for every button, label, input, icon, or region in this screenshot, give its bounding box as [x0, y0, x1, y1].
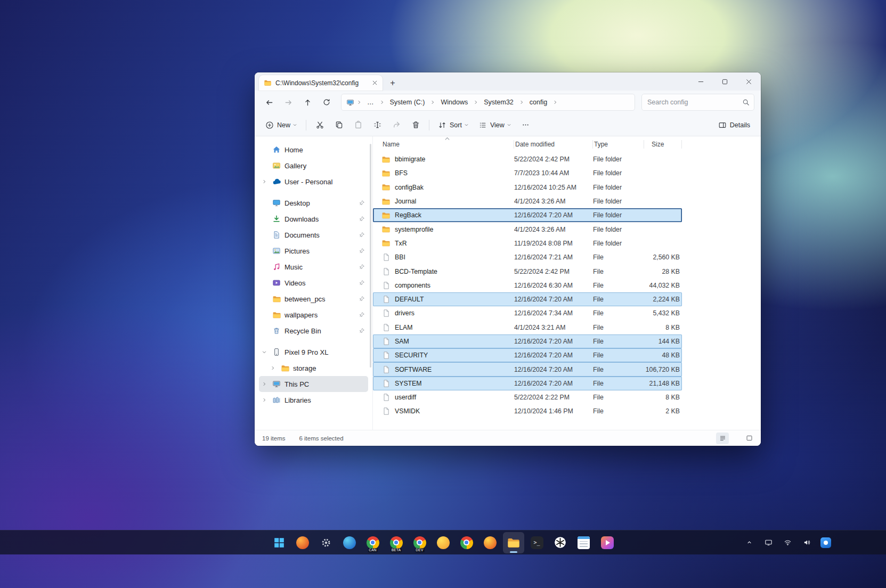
chevron-down-icon[interactable] [260, 349, 269, 355]
chevron-right-icon[interactable] [260, 381, 269, 387]
file-row-journal[interactable]: Journal4/1/2024 3:26 AMFile folder [373, 194, 682, 208]
new-tab-button[interactable]: + [386, 77, 400, 89]
breadcrumb-item-system-c[interactable]: System (C:) [386, 97, 429, 108]
sidebar-item-documents[interactable]: Documents [259, 227, 368, 243]
breadcrumb-chevron-icon[interactable] [473, 100, 479, 105]
volume-icon[interactable] [800, 535, 814, 551]
column-header-type[interactable]: Type [593, 136, 644, 152]
start-button[interactable] [269, 532, 290, 553]
sidebar-item-storage[interactable]: storage [267, 360, 368, 376]
tab-close-button[interactable] [370, 78, 379, 88]
new-button[interactable]: New [261, 117, 302, 134]
edge-icon[interactable] [339, 532, 360, 553]
breadcrumb-chevron-icon[interactable] [518, 100, 525, 105]
sort-button[interactable]: Sort [434, 117, 473, 134]
file-row-bbimigrate[interactable]: bbimigrate5/22/2024 2:42 PMFile folder [373, 152, 682, 166]
cut-button[interactable] [311, 117, 329, 134]
notepad-icon[interactable] [573, 532, 595, 553]
more-options-button[interactable] [517, 117, 535, 134]
forward-button[interactable] [279, 94, 297, 111]
file-row-sam[interactable]: SAM12/16/2024 7:20 AMFile144 KB [373, 334, 682, 348]
file-row-txr[interactable]: TxR11/19/2024 8:08 PMFile folder [373, 236, 682, 250]
breadcrumb-chevron-icon[interactable] [552, 100, 558, 105]
settings-icon[interactable] [315, 532, 337, 553]
column-header-size[interactable]: Size [644, 136, 682, 152]
chevron-right-icon[interactable] [260, 397, 269, 403]
chatgpt-icon[interactable] [550, 532, 571, 553]
share-button[interactable] [387, 117, 405, 134]
chevron-right-icon[interactable] [269, 365, 277, 371]
sidebar-item-user-personal[interactable]: User - Personal [259, 174, 368, 190]
sidebar-item-pictures[interactable]: Pictures [259, 243, 368, 259]
sidebar-item-libraries[interactable]: Libraries [259, 392, 368, 408]
search-input[interactable] [646, 98, 739, 107]
browser-orange-icon[interactable] [292, 532, 313, 553]
terminal-icon[interactable]: >_ [526, 532, 548, 553]
sidebar-item-this-pc[interactable]: This PC [259, 376, 368, 392]
explorer-tab[interactable]: C:\Windows\System32\config [259, 75, 383, 91]
sidebar-item-desktop[interactable]: Desktop [259, 195, 368, 211]
media-player-icon[interactable] [597, 532, 618, 553]
sidebar-item-recycle-bin[interactable]: Recycle Bin [259, 323, 368, 339]
up-button[interactable] [298, 94, 316, 111]
view-button[interactable]: View [474, 117, 516, 134]
refresh-button[interactable] [318, 94, 336, 111]
file-row-components[interactable]: components12/16/2024 6:30 AMFile44,032 K… [373, 279, 682, 292]
breadcrumb-item-windows[interactable]: Windows [437, 97, 472, 108]
file-row-systemprofile[interactable]: systemprofile4/1/2024 3:26 AMFile folder [373, 222, 682, 236]
file-row-drivers[interactable]: drivers12/16/2024 7:34 AMFile5,432 KB [373, 306, 682, 320]
file-row-system[interactable]: SYSTEM12/16/2024 7:20 AMFile21,148 KB [373, 377, 682, 390]
sidebar-item-music[interactable]: Music [259, 259, 368, 275]
sidebar-scrollbar[interactable] [370, 144, 371, 368]
search-icon[interactable] [742, 99, 750, 106]
file-row-userdiff[interactable]: userdiff5/22/2024 2:22 PMFile8 KB [373, 390, 682, 404]
sidebar-item-home[interactable]: Home [259, 142, 368, 158]
delete-button[interactable] [407, 117, 425, 134]
display-icon[interactable] [761, 535, 775, 551]
copy-button[interactable] [330, 117, 348, 134]
file-row-software[interactable]: SOFTWARE12/16/2024 7:20 AMFile106,720 KB [373, 362, 682, 376]
hidden-icons-chevron[interactable] [742, 535, 756, 551]
file-row-bfs[interactable]: BFS7/7/2023 10:44 AMFile folder [373, 166, 682, 180]
file-row-bcd-template[interactable]: BCD-Template5/22/2024 2:42 PMFile28 KB [373, 264, 682, 278]
file-row-vsmidk[interactable]: VSMIDK12/10/2024 1:46 PMFile2 KB [373, 404, 682, 418]
column-header-name[interactable]: Name [381, 136, 514, 152]
file-row-elam[interactable]: ELAM4/1/2024 3:21 AMFile8 KB [373, 321, 682, 334]
chrome-dev-icon[interactable]: DEV [409, 532, 430, 553]
breadcrumb-item-system32[interactable]: System32 [480, 97, 517, 108]
chrome-beta-icon[interactable]: BETA [386, 532, 407, 553]
file-row-regback[interactable]: RegBack12/16/2024 7:20 AMFile folder [373, 208, 682, 222]
sidebar-item-gallery[interactable]: Gallery [259, 158, 368, 174]
file-explorer-icon[interactable] [503, 532, 524, 553]
breadcrumb-item-config[interactable]: config [526, 97, 551, 108]
file-row-security[interactable]: SECURITY12/16/2024 7:20 AMFile48 KB [373, 348, 682, 362]
maximize-button[interactable] [713, 72, 737, 91]
sidebar-item-videos[interactable]: Videos [259, 275, 368, 291]
address-bar[interactable]: … System (C:)WindowsSystem32config [341, 94, 635, 111]
firefox-icon[interactable] [479, 532, 501, 553]
file-row-default[interactable]: DEFAULT12/16/2024 7:20 AMFile2,224 KB [373, 292, 682, 306]
chromium-icon[interactable] [433, 532, 454, 553]
sidebar-item-pixel-9-pro-xl[interactable]: Pixel 9 Pro XL [259, 344, 368, 360]
details-button[interactable]: Details [714, 117, 754, 134]
wifi-icon[interactable] [781, 535, 794, 551]
breadcrumb-chevron-icon[interactable] [429, 100, 436, 105]
file-row-bbi[interactable]: BBI12/16/2024 7:21 AMFile2,560 KB [373, 250, 682, 264]
column-header-date-modified[interactable]: Date modified [514, 136, 593, 152]
large-icons-view-button[interactable] [743, 432, 755, 444]
sidebar-item-between-pcs[interactable]: between_pcs [259, 291, 368, 307]
sidebar-item-wallpapers[interactable]: wallpapers [259, 307, 368, 323]
details-view-button[interactable] [716, 432, 729, 444]
rename-button[interactable] [368, 117, 386, 134]
sidebar-item-downloads[interactable]: Downloads [259, 211, 368, 227]
chrome-canary-icon[interactable]: CAN [362, 532, 384, 553]
file-row-configbak[interactable]: configBak12/16/2024 10:25 AMFile folder [373, 181, 682, 194]
paste-button[interactable] [349, 117, 367, 134]
tray-app-icon[interactable] [819, 535, 833, 551]
close-button[interactable] [737, 72, 761, 91]
minimize-button[interactable] [689, 72, 713, 91]
breadcrumb-ellipsis[interactable]: … [363, 97, 378, 108]
back-button[interactable] [260, 94, 278, 111]
search-box[interactable] [641, 94, 754, 111]
chevron-right-icon[interactable] [260, 179, 269, 184]
